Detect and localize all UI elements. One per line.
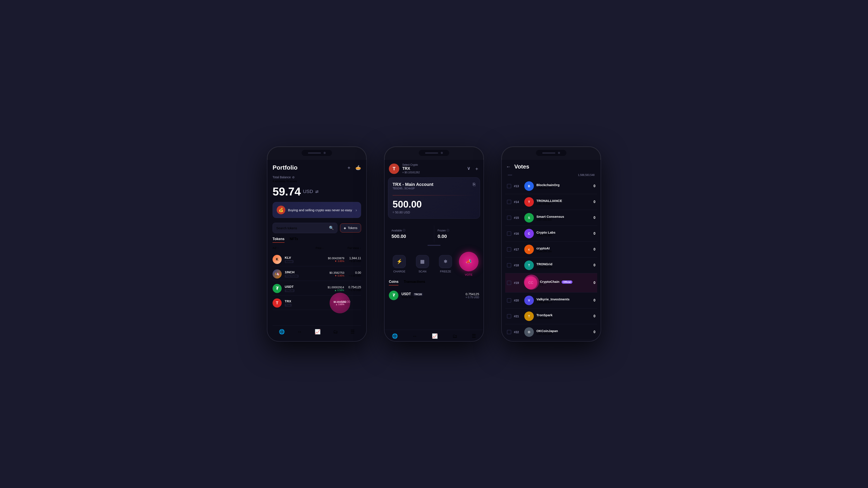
phone-portfolio: Portfolio ＋ 🥧 Total Balance ⊘ 4 accounts…: [267, 147, 367, 341]
checkbox-18[interactable]: [507, 263, 511, 267]
token-row-klv[interactable]: K KLV Klever $0.00420879 ▼ 3.85% 1,944.1…: [273, 253, 361, 266]
freeze-label: FREEZE: [440, 270, 451, 273]
usdt-logo: ₮: [273, 284, 282, 293]
checkbox-16[interactable]: [507, 231, 511, 236]
available-label: Available ⓘ: [392, 229, 431, 232]
nav2-menu-icon[interactable]: ☰: [472, 333, 476, 339]
account-usd: = 50.80 USD: [393, 210, 475, 214]
vote-row-22[interactable]: #22 O OKCoinJapan 1,437,082,689 0: [505, 324, 597, 340]
rank-15: #15: [514, 216, 522, 220]
avatar-14: T: [524, 197, 534, 207]
scan-button[interactable]: ▦ SCAN: [412, 255, 433, 273]
vote-row-19[interactable]: #19 CC CryptoChain Official 1,5...,: [505, 273, 597, 293]
checkbox-17[interactable]: [507, 247, 511, 252]
trx-subname: Tron: [285, 304, 292, 307]
tokens-button[interactable]: ◈ Tokens: [340, 223, 361, 232]
bottom-nav-1: 🌐 ↔ 📈 🗂 ☰: [273, 325, 361, 337]
usdt-amount-val: 0.754125: [465, 292, 479, 296]
votes-title: Votes: [514, 163, 529, 170]
nav-wallet-icon[interactable]: 🗂: [333, 329, 338, 335]
checkbox-15[interactable]: [507, 216, 511, 220]
token-row-usdt[interactable]: ₮ USDT TRC20 $1.00002914 ▲ 0.58% 0.75412…: [273, 282, 361, 295]
coin-item-usdt[interactable]: ₮ USDT TRC20 Tether USD 0.754125 = 0.75 …: [384, 288, 484, 303]
vote-row-13[interactable]: #13 B BlockchainOrg 1,588,234,799 0: [505, 178, 597, 194]
info-21: TronSpark 1,486,684,839: [536, 313, 591, 320]
tab-transactions[interactable]: Transactions: [404, 280, 425, 286]
back-icon[interactable]: ←: [506, 164, 511, 170]
usdt-coin-logo: ₮: [389, 291, 398, 300]
bubble-change: ▲ 3.65%: [336, 303, 344, 305]
tab-tokens[interactable]: Tokens: [273, 237, 284, 243]
1inch-subname: POLYGON: [285, 274, 299, 278]
vote-row-20[interactable]: #20 V Valkyrie_Investments 1,508,560,973…: [505, 293, 597, 308]
th-flatvalue[interactable]: Flat Value ↓: [348, 247, 361, 250]
checkbox-14[interactable]: [507, 200, 511, 204]
trx-name: TRX: [285, 299, 337, 303]
chart-icon[interactable]: 🥧: [355, 165, 361, 170]
vote-row-15[interactable]: #15 S Smart Consensus 1,587,332,830 0: [505, 210, 597, 226]
chevron-down-icon[interactable]: ∨: [467, 165, 470, 172]
count-15: 0: [593, 216, 595, 220]
nav-menu-icon[interactable]: ☰: [350, 329, 355, 335]
klv-name: KLV: [285, 256, 328, 259]
nav-home-icon[interactable]: 🌐: [279, 329, 285, 335]
notch-bar-2: [425, 153, 438, 154]
token-row-trx[interactable]: T TRX Tron 500.00 = 50.80 USD $0.1016126…: [273, 296, 361, 310]
vote-row-16[interactable]: #16 C Crypto Labs 1,586,376,688 0: [505, 226, 597, 241]
name-15: Smart Consensus: [536, 215, 591, 219]
info-14: TRONALLIANCE 1,587,919,847: [536, 199, 591, 205]
count-16: 0: [593, 232, 595, 235]
usdt-name: USDT: [285, 285, 328, 289]
tab-nfts[interactable]: NFTs: [290, 237, 298, 243]
nav-chart-icon-nav[interactable]: 📈: [315, 329, 320, 335]
vote-row-23[interactable]: #23 C CryptoGuyInZA 1,282,796,727 0: [505, 340, 597, 341]
usdt-usd: = 0.75 USD: [348, 289, 361, 292]
promo-banner[interactable]: 💰 Buying and selling crypto was never so…: [273, 202, 361, 218]
nav2-wallet-icon[interactable]: 🗂: [453, 333, 457, 339]
balance-amount: 59.74 USD ⇄: [273, 185, 361, 198]
token-row-1inch[interactable]: 1🦄 1INCH POLYGON $0.3582753 ▼ 0.85% 0.00…: [273, 267, 361, 281]
checkbox-19[interactable]: [507, 281, 511, 285]
name-13: BlockchainOrg: [536, 183, 591, 187]
checkbox-13[interactable]: [507, 184, 511, 188]
charge-button[interactable]: ⚡ CHARGE: [389, 255, 410, 273]
info-icon-frozen: ⓘ: [446, 229, 449, 232]
sub-14: 1,587,919,847: [536, 202, 591, 205]
nav-swap-icon[interactable]: ↔: [297, 329, 302, 335]
checkbox-20[interactable]: [507, 298, 511, 302]
klv-logo: K: [273, 255, 282, 264]
vote-row-18[interactable]: #18 T TRONGrid 1,543,355,040 0: [505, 257, 597, 273]
token-list: K KLV Klever $0.00420879 ▼ 3.85% 1,944.1…: [273, 253, 361, 325]
eye-icon[interactable]: ⊘: [292, 175, 295, 179]
checkbox-21[interactable]: [507, 314, 511, 318]
sub-21: 1,486,684,839: [536, 317, 591, 320]
nav2-home-icon[interactable]: 🌐: [392, 333, 398, 339]
scan-label: SCAN: [418, 270, 426, 273]
rank-19: #19: [514, 281, 522, 285]
freeze-button[interactable]: ❄ FREEZE: [435, 255, 456, 273]
nav2-chart-icon[interactable]: 📈: [432, 333, 438, 339]
add-crypto-icon[interactable]: ＋: [474, 165, 479, 172]
add-icon[interactable]: ＋: [346, 164, 351, 171]
th-price[interactable]: Price ↓: [315, 247, 323, 250]
vote-button[interactable]: 📣 VOTE: [458, 252, 479, 276]
notch-dot-1: [323, 152, 326, 154]
frozen-label: Frozen ⓘ: [438, 229, 477, 232]
1inch-value-col: 0.00 = 0.00 USD: [349, 271, 361, 277]
promo-text: Buying and selling crypto was never so e…: [288, 208, 353, 212]
portfolio-header-icons: ＋ 🥧: [346, 164, 361, 171]
vote-row-17[interactable]: #17 c cryptoAI 1,586,284,166 0: [505, 241, 597, 257]
tab-coins[interactable]: Coins: [389, 280, 398, 286]
search-box[interactable]: Search tokens 🔍: [273, 223, 337, 233]
sub-19: 1,5...,: [540, 284, 591, 286]
rank-13: #13: [514, 184, 522, 188]
avatar-18: T: [524, 260, 534, 270]
vote-row-14[interactable]: #14 T TRONALLIANCE 1,587,919,847 0: [505, 194, 597, 210]
usdt-subname: TRC20: [285, 289, 294, 292]
copy-icon[interactable]: ⎘: [473, 182, 475, 187]
vote-row-21[interactable]: #21 T TronSpark 1,486,684,839 0: [505, 308, 597, 324]
nav2-swap-icon[interactable]: ↔: [412, 333, 417, 339]
klv-value-col: 1,944.11 = 8.18 USD: [349, 256, 361, 262]
th-az[interactable]: A/Z ↑: [273, 247, 279, 250]
checkbox-22[interactable]: [507, 330, 511, 334]
